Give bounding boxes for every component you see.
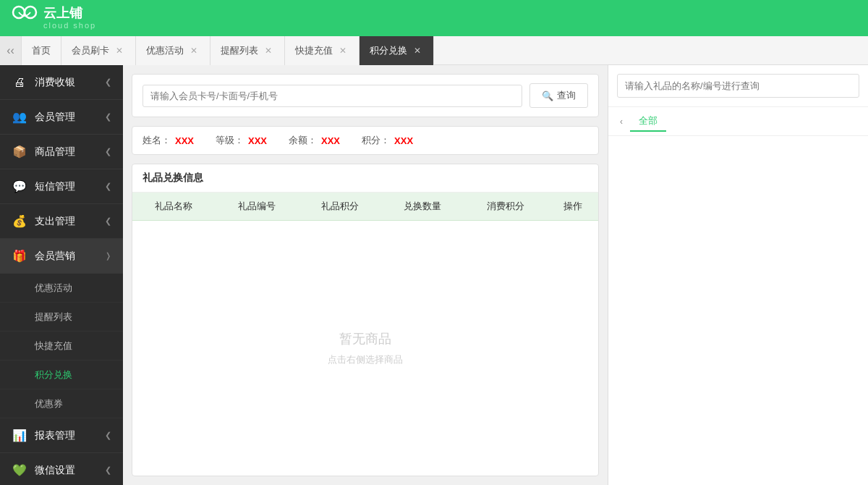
tab-discount[interactable]: 优惠活动 ✕: [136, 36, 210, 65]
sidebar-item-member-mgmt[interactable]: 👥 会员管理 ❮: [0, 100, 123, 135]
logo-cn: 云上铺: [43, 6, 96, 22]
logo-area: 云上铺 cloud shop: [12, 5, 96, 31]
member-marketing-icon: 🎁: [12, 248, 27, 264]
report-mgmt-icon: 📊: [12, 428, 27, 444]
col-gift-code: 礼品编号: [216, 193, 299, 221]
right-filter-bar: ‹ 全部: [608, 107, 868, 136]
search-icon: 🔍: [542, 90, 553, 101]
right-content: [608, 136, 868, 485]
tab-points-exchange[interactable]: 积分兑换 ✕: [359, 36, 434, 65]
col-gift-name: 礼品名称: [132, 193, 216, 221]
tab-quick-recharge[interactable]: 快捷充值 ✕: [285, 36, 359, 65]
sms-mgmt-arrow: ❮: [105, 182, 111, 191]
empty-subtitle: 点击右侧选择商品: [328, 353, 403, 366]
tab-close-discount[interactable]: ✕: [188, 45, 200, 56]
search-button[interactable]: 🔍 查询: [529, 83, 588, 108]
gift-search-input[interactable]: [617, 74, 859, 98]
col-action: 操作: [547, 193, 598, 221]
sidebar: 🖨 消费收银 ❮ 👥 会员管理 ❮ 📦 商品管理 ❮ 💬 短信管理 ❮ 💰 支出…: [0, 65, 123, 485]
member-info: 姓名： XXX 等级： XXX 余额： XXX 积分： XXX: [132, 126, 599, 155]
member-level-field: 等级： XXX: [216, 134, 267, 147]
sidebar-item-consumption[interactable]: 🖨 消费收银 ❮: [0, 65, 123, 100]
tab-home[interactable]: 首页: [22, 36, 61, 65]
member-search-input[interactable]: [142, 85, 522, 107]
member-mgmt-arrow: ❮: [105, 112, 111, 122]
tab-bar: ‹‹ 首页 会员刷卡 ✕ 优惠活动 ✕ 提醒列表 ✕ 快捷充值 ✕ 积分兑换 ✕: [0, 36, 868, 65]
expense-mgmt-arrow: ❮: [105, 216, 111, 226]
sidebar-sub-discount[interactable]: 优惠活动: [0, 274, 123, 303]
tab-reminder[interactable]: 提醒列表 ✕: [210, 36, 285, 65]
goods-mgmt-icon: 📦: [12, 144, 27, 160]
sidebar-sub-coupon[interactable]: 优惠券: [0, 389, 123, 418]
filter-arrow-left[interactable]: ‹: [617, 117, 626, 127]
member-points-field: 积分： XXX: [362, 134, 413, 147]
member-marketing-arrow: ❭: [105, 251, 111, 261]
consumption-icon: 🖨: [12, 75, 27, 90]
sidebar-sub-points-exchange[interactable]: 积分兑换: [0, 360, 123, 389]
consumption-arrow: ❮: [105, 77, 111, 87]
search-bar: 🔍 查询: [132, 74, 599, 117]
tab-close-quick-recharge[interactable]: ✕: [337, 45, 349, 56]
filter-tab-all[interactable]: 全部: [630, 111, 666, 132]
content-area: 🔍 查询 姓名： XXX 等级： XXX 余额： XXX: [123, 65, 868, 485]
member-name-field: 姓名： XXX: [142, 134, 194, 147]
col-gift-points: 礼品积分: [298, 193, 381, 221]
col-exchange-qty: 兑换数量: [381, 193, 464, 221]
top-header: 云上铺 cloud shop: [0, 0, 868, 36]
report-mgmt-arrow: ❮: [105, 431, 111, 440]
wechat-settings-icon: 💚: [12, 463, 27, 478]
right-panel: ‹ 全部: [608, 65, 868, 485]
sidebar-item-goods-mgmt[interactable]: 📦 商品管理 ❮: [0, 135, 123, 169]
wechat-settings-arrow: ❮: [105, 465, 111, 475]
tab-nav-left[interactable]: ‹‹: [0, 36, 22, 65]
logo-text: 云上铺 cloud shop: [43, 6, 96, 31]
gift-section: 礼品兑换信息 礼品名称 礼品编号 礼品积分 兑换数量 消费积分 操作: [132, 164, 599, 476]
sidebar-item-member-marketing[interactable]: 🎁 会员营销 ❭: [0, 239, 123, 274]
sidebar-item-sms-mgmt[interactable]: 💬 短信管理 ❮: [0, 169, 123, 204]
sidebar-sub-reminder[interactable]: 提醒列表: [0, 303, 123, 332]
logo-icon: [12, 5, 38, 31]
sms-mgmt-icon: 💬: [12, 179, 27, 195]
tab-close-reminder[interactable]: ✕: [263, 45, 274, 56]
logo-en: cloud shop: [43, 21, 96, 30]
main-layout: 🖨 消费收银 ❮ 👥 会员管理 ❮ 📦 商品管理 ❮ 💬 短信管理 ❮ 💰 支出…: [0, 65, 868, 485]
empty-state: 暂无商品 点击右侧选择商品: [132, 221, 598, 476]
sidebar-item-report-mgmt[interactable]: 📊 报表管理 ❮: [0, 418, 123, 453]
goods-mgmt-arrow: ❮: [105, 147, 111, 156]
tab-member-card[interactable]: 会员刷卡 ✕: [61, 36, 136, 65]
sidebar-sub-quick-recharge[interactable]: 快捷充值: [0, 332, 123, 360]
empty-text: 暂无商品: [339, 330, 391, 347]
member-mgmt-icon: 👥: [12, 109, 27, 125]
gift-section-title: 礼品兑换信息: [132, 164, 598, 193]
right-search: [608, 65, 868, 107]
member-balance-field: 余额： XXX: [289, 134, 340, 147]
left-panel: 🔍 查询 姓名： XXX 等级： XXX 余额： XXX: [123, 65, 608, 485]
expense-mgmt-icon: 💰: [12, 214, 27, 229]
gift-table: 礼品名称 礼品编号 礼品积分 兑换数量 消费积分 操作: [132, 193, 598, 221]
sidebar-item-expense-mgmt[interactable]: 💰 支出管理 ❮: [0, 204, 123, 239]
tab-close-points-exchange[interactable]: ✕: [412, 45, 423, 56]
col-consume-points: 消费积分: [464, 193, 548, 221]
sidebar-item-wechat-settings[interactable]: 💚 微信设置 ❮: [0, 453, 123, 485]
gift-table-header-row: 礼品名称 礼品编号 礼品积分 兑换数量 消费积分 操作: [132, 193, 598, 221]
tab-close-member-card[interactable]: ✕: [114, 45, 125, 56]
